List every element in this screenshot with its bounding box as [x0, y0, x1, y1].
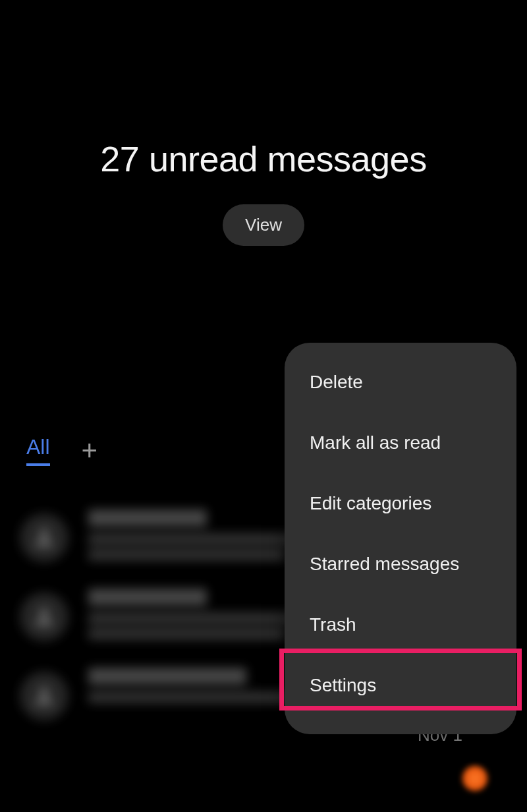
- header-area: 27 unread messages View: [0, 0, 527, 246]
- menu-item-delete[interactable]: Delete: [285, 352, 516, 413]
- avatar: [20, 513, 69, 562]
- unread-indicator-dot: [462, 766, 487, 791]
- avatar: [20, 672, 69, 720]
- add-category-button[interactable]: +: [82, 437, 98, 465]
- category-tabs: All +: [26, 435, 97, 466]
- view-button[interactable]: View: [223, 204, 304, 246]
- avatar: [20, 593, 69, 641]
- unread-count-title: 27 unread messages: [0, 138, 527, 179]
- menu-item-starred-messages[interactable]: Starred messages: [285, 534, 516, 594]
- person-icon: [32, 604, 57, 629]
- menu-item-settings[interactable]: Settings: [285, 655, 516, 716]
- menu-item-edit-categories[interactable]: Edit categories: [285, 473, 516, 534]
- menu-item-trash[interactable]: Trash: [285, 594, 516, 655]
- plus-icon: +: [82, 435, 98, 466]
- overflow-menu: Delete Mark all as read Edit categories …: [285, 343, 516, 734]
- menu-item-mark-all-read[interactable]: Mark all as read: [285, 413, 516, 473]
- tab-all[interactable]: All: [26, 435, 50, 466]
- person-icon: [32, 683, 57, 709]
- person-icon: [32, 525, 57, 550]
